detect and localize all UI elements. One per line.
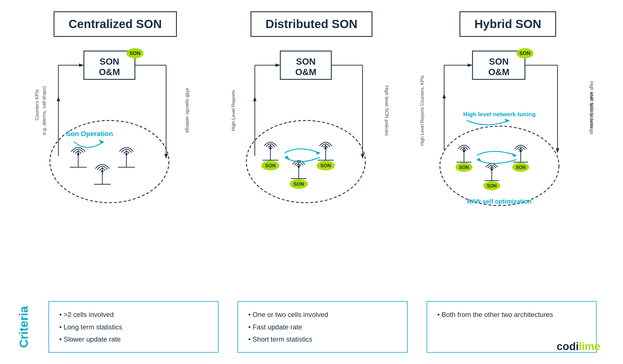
svg-text:eNB specific settings: eNB specific settings (185, 88, 190, 133)
diagram-distributed: SON O&M (226, 48, 397, 207)
svg-point-50 (298, 166, 300, 168)
columns-row: Centralized SON SON O&M SON (17, 11, 606, 295)
criteria-list-hybrid: Both from the other two architectures (437, 308, 586, 321)
criteria-list-centralized: >2 cells involved Long term statistics S… (59, 308, 208, 345)
main-container: Centralized SON SON O&M SON (0, 0, 623, 364)
svg-text:Counters KPIs: Counters KPIs (34, 89, 40, 120)
svg-text:e.g. alarms, call drops): e.g. alarms, call drops) (41, 86, 47, 135)
svg-text:SON: SON (296, 56, 315, 67)
title-hybrid: Hybrid SON (459, 11, 556, 37)
criteria-item: Both from the other two architectures (437, 308, 586, 321)
svg-marker-88 (477, 158, 482, 162)
svg-text:High  level SON policies: High level SON policies (384, 85, 389, 136)
diagram-svg-distributed: SON O&M (226, 48, 397, 207)
diagram-svg-hybrid: SON O&M SON High level network tuni (416, 48, 600, 207)
svg-text:SON: SON (265, 163, 276, 168)
logo-codi: codi (557, 340, 579, 352)
svg-point-74 (463, 150, 465, 152)
svg-text:High Level Reports Counters, K: High Level Reports Counters, KPIs (420, 75, 425, 146)
svg-point-20 (125, 153, 128, 155)
criteria-list-distributed: One or two cells involved Fast update ra… (248, 308, 397, 345)
column-distributed: Distributed SON SON O&M (215, 11, 408, 207)
criteria-item: Short term statistics (248, 333, 397, 345)
criteria-boxes-row: >2 cells involved Long term statistics S… (39, 301, 606, 353)
svg-text:O&M: O&M (295, 67, 317, 77)
svg-text:O&M: O&M (99, 67, 120, 77)
svg-marker-64 (556, 148, 559, 153)
svg-point-40 (269, 147, 272, 149)
title-centralized: Centralized SON (54, 11, 177, 37)
svg-text:SON: SON (519, 50, 530, 56)
title-distributed: Distributed SON (251, 11, 372, 37)
svg-text:Son Operation: Son Operation (66, 130, 113, 137)
svg-text:SON: SON (489, 56, 508, 67)
diagram-svg-centralized: SON O&M SON (30, 48, 200, 207)
criteria-item: Long term statistics (59, 321, 208, 333)
svg-marker-66 (468, 64, 472, 67)
criteria-box-distributed: One or two cells involved Fast update ra… (238, 301, 408, 353)
svg-marker-68 (442, 94, 446, 98)
svg-point-17 (77, 153, 79, 155)
criteria-label: Criteria (17, 306, 31, 348)
column-centralized: Centralized SON SON O&M SON (19, 11, 211, 207)
svg-marker-87 (512, 153, 516, 157)
svg-marker-7 (164, 154, 168, 159)
svg-text:High Level Reports: High Level Reports (231, 90, 236, 131)
svg-marker-11 (57, 96, 60, 101)
criteria-item: Slower update rate (59, 333, 208, 345)
svg-text:SON: SON (130, 50, 141, 56)
svg-text:SON: SON (294, 181, 304, 187)
svg-point-45 (325, 147, 327, 149)
criteria-item: Fast update rate (248, 321, 397, 333)
logo-lime: lime (579, 340, 600, 352)
svg-marker-34 (276, 64, 280, 67)
diagram-centralized: SON O&M SON (30, 48, 200, 207)
criteria-item: >2 cells involved (59, 308, 208, 321)
svg-marker-36 (253, 96, 257, 101)
svg-text:High level network tuning: High level network tuning (463, 111, 536, 117)
svg-point-23 (101, 170, 103, 172)
svg-marker-53 (315, 151, 320, 155)
svg-text:SON: SON (459, 165, 469, 170)
criteria-section: Criteria >2 cells involved Long term sta… (17, 301, 606, 353)
svg-text:O&M: O&M (488, 67, 509, 77)
svg-point-84 (491, 168, 493, 171)
criteria-item: One or two cells involved (248, 308, 397, 321)
svg-text:eNB specific settings: eNB specific settings (589, 92, 594, 135)
column-hybrid: Hybrid SON SON O&M SON (412, 11, 604, 207)
svg-marker-9 (79, 64, 84, 67)
codilime-logo: codilime (557, 340, 600, 353)
svg-text:SON: SON (516, 165, 525, 170)
criteria-box-centralized: >2 cells involved Long term statistics S… (48, 301, 219, 353)
svg-marker-14 (99, 139, 104, 144)
svg-text:RAN self optimization: RAN self optimization (467, 198, 531, 205)
svg-point-79 (520, 150, 522, 152)
svg-marker-32 (361, 154, 364, 159)
svg-text:SON: SON (321, 163, 331, 168)
diagram-hybrid: SON O&M SON High level network tuni (416, 48, 600, 207)
svg-text:SON: SON (487, 183, 497, 188)
svg-text:SON: SON (100, 56, 119, 67)
